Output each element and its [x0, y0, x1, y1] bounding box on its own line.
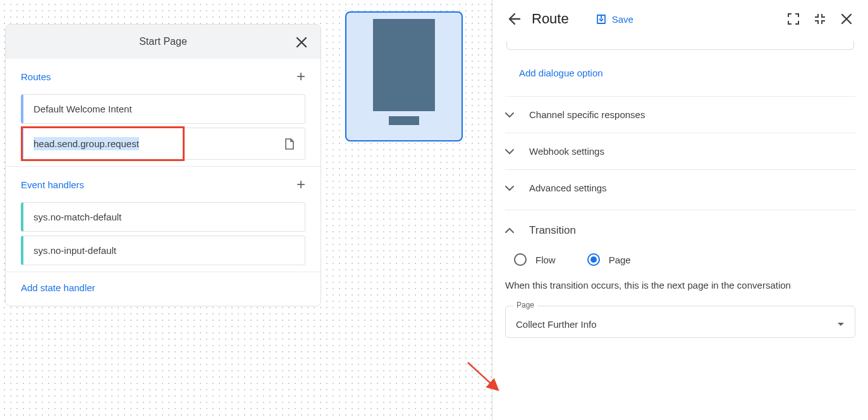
event-handler-label: sys.no-input-default	[34, 245, 116, 256]
transition-helper-text: When this transition occurs, this is the…	[505, 277, 855, 303]
accordion-label: Advanced settings	[529, 183, 607, 193]
add-dialogue-option-link[interactable]: Add dialogue option	[505, 63, 855, 96]
event-handlers-section-header: Event handlers +	[6, 167, 321, 198]
accordion-label: Channel specific responses	[529, 109, 645, 120]
node-footer	[389, 116, 419, 125]
event-handler-label: sys.no-match-default	[34, 212, 121, 222]
fullscreen-icon[interactable]	[785, 10, 802, 28]
save-label: Save	[612, 14, 633, 25]
flow-node-preview[interactable]	[345, 11, 463, 141]
accordion-channel-responses[interactable]: Channel specific responses	[505, 96, 855, 133]
radio-label: Page	[609, 255, 631, 265]
accordion-webhook-settings[interactable]: Webhook settings	[505, 133, 855, 169]
accordion-label: Webhook settings	[529, 146, 604, 157]
chevron-up-icon[interactable]	[505, 227, 519, 234]
panel-header: Start Page	[6, 25, 321, 59]
route-side-panel: Route Save Add dialogue option Channel s…	[492, 0, 868, 420]
panel-title: Start Page	[139, 36, 187, 47]
route-item[interactable]: head.send.group.request	[21, 128, 305, 160]
chevron-down-icon	[505, 112, 519, 118]
transition-title: Transition	[529, 224, 576, 237]
route-panel-header: Route Save	[492, 0, 868, 39]
select-value: Collect Further Info	[516, 319, 597, 330]
add-route-button[interactable]: +	[296, 69, 305, 84]
transition-page-select[interactable]: Page Collect Further Info	[505, 306, 855, 338]
event-handlers-label: Event handlers	[21, 179, 84, 190]
routes-label: Routes	[21, 71, 51, 82]
event-handler-item[interactable]: sys.no-match-default	[21, 202, 305, 232]
collapse-icon[interactable]	[811, 10, 829, 28]
collapsed-section	[506, 41, 854, 50]
transition-flow-radio[interactable]: Flow	[514, 253, 556, 266]
page-icon	[284, 138, 295, 150]
transition-section: Transition Flow Page When this transitio…	[505, 210, 855, 338]
close-icon[interactable]	[838, 10, 855, 28]
accordion-advanced-settings[interactable]: Advanced settings	[505, 169, 855, 206]
add-state-handler-link[interactable]: Add state handler	[6, 272, 321, 306]
transition-page-radio[interactable]: Page	[587, 253, 631, 266]
chevron-down-icon	[505, 148, 519, 155]
add-event-handler-button[interactable]: +	[296, 177, 305, 192]
radio-label: Flow	[535, 255, 556, 265]
route-label: head.send.group.request	[34, 137, 139, 150]
save-button[interactable]: Save	[596, 13, 633, 25]
chevron-down-icon	[505, 185, 519, 191]
routes-section-header: Routes +	[6, 59, 321, 90]
node-body	[373, 19, 435, 111]
close-icon[interactable]	[293, 33, 310, 51]
back-arrow-icon[interactable]	[505, 10, 523, 28]
route-panel-title: Route	[532, 11, 569, 27]
route-label: Default Welcome Intent	[34, 104, 132, 114]
route-item[interactable]: Default Welcome Intent	[21, 94, 305, 124]
event-handler-item[interactable]: sys.no-input-default	[21, 236, 305, 265]
dropdown-arrow-icon	[837, 322, 845, 327]
select-label: Page	[513, 301, 537, 309]
start-page-panel: Start Page Routes + Default Welcome Inte…	[5, 24, 321, 306]
